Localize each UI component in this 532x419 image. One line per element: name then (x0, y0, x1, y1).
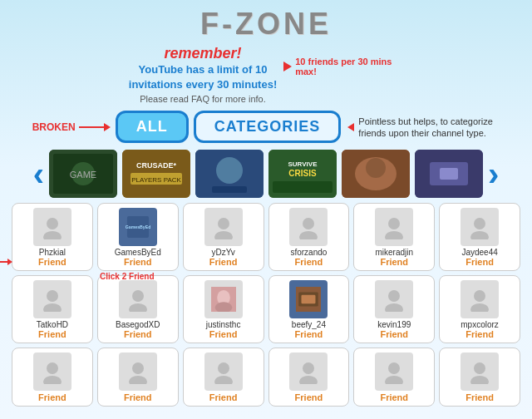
friend-card-phzkial[interactable]: Phzkial Friend (12, 203, 93, 271)
friend-label-justinsthc: Friend (185, 329, 262, 339)
friend-name-beefy24: beefy_24 (271, 320, 347, 329)
friend-label-empty-2: Friend (100, 392, 176, 402)
friend-card-empty-5[interactable]: Friend (353, 348, 435, 407)
friends-row-3: Friend Friend Friend Friend (12, 348, 520, 407)
categories-button[interactable]: CATEGORIES (194, 111, 342, 143)
avatar-beefy24 (289, 280, 328, 318)
prev-thumb-button[interactable]: ‹ (33, 157, 44, 190)
avatar-mikeradjin (375, 208, 413, 246)
next-thumb-button[interactable]: › (488, 157, 499, 190)
friend-card-mikeradjin[interactable]: mikeradjin Friend (353, 203, 435, 271)
app-logo: F-ZONE (0, 7, 532, 42)
thumbnail-3[interactable] (195, 150, 264, 198)
avatar-empty-2 (119, 352, 157, 391)
friend-label-empty-1: Friend (14, 392, 91, 402)
svg-point-30 (388, 218, 400, 229)
thumbnail-5[interactable] (342, 150, 410, 198)
friend-card-mpxcolorz[interactable]: mpxcolorz Friend (439, 275, 520, 343)
avatar-tatkohd (33, 280, 71, 318)
friend-label-beefy24: Friend (271, 329, 347, 339)
svg-point-52 (218, 362, 229, 374)
friends-row-2-wrapper: Click 2 Friend TatkoHD Friend BasegodXD … (12, 275, 520, 343)
friend-card-basegodxd[interactable]: BasegodXD Friend (97, 275, 179, 343)
svg-point-58 (474, 362, 485, 374)
friends-section: Phzkial Friend GamesByEd GamesByEd Frien… (0, 198, 532, 414)
avatar-mpxcolorz (461, 280, 499, 318)
svg-point-55 (299, 376, 318, 384)
remember-body: YouTube has a limit of 10invitations eve… (129, 62, 277, 92)
friend-card-justinsthc[interactable]: justinsthc Friend (183, 275, 264, 343)
friend-name-phzkial: Phzkial (14, 248, 91, 257)
friend-card-jaydee44[interactable]: Jaydee44 Friend (439, 203, 520, 271)
thumbnail-4[interactable]: SURVIVE CRISIS (268, 150, 337, 198)
svg-rect-14 (273, 181, 332, 193)
svg-point-54 (303, 362, 314, 374)
friend-label-kevin199: Friend (356, 329, 432, 339)
thumbnail-6[interactable] (415, 150, 483, 198)
remember-note: Please read FAQ for more info. (129, 94, 277, 104)
svg-point-28 (303, 218, 314, 229)
svg-point-45 (385, 303, 403, 312)
svg-point-46 (474, 290, 485, 302)
friend-card-tatkohd[interactable]: TatkoHD Friend (12, 275, 93, 343)
svg-text:CRISIS: CRISIS (288, 169, 317, 178)
svg-point-50 (132, 362, 144, 374)
friend-card-empty-2[interactable]: Friend (97, 348, 179, 407)
svg-point-35 (43, 303, 62, 312)
svg-point-27 (214, 231, 233, 239)
friend-card-empty-3[interactable]: Friend (183, 348, 264, 407)
friend-label-basegodxd: Friend (100, 329, 176, 339)
avatar-ydzvy (204, 208, 243, 246)
svg-point-17 (366, 158, 386, 178)
friend-label-empty-5: Friend (356, 392, 432, 402)
friend-label-empty-4: Friend (271, 392, 347, 402)
friend-label-empty-6: Friend (441, 392, 518, 402)
friend-card-sforzando[interactable]: sforzando Friend (268, 203, 350, 271)
friend-card-gamesbyled[interactable]: GamesByEd GamesByEd Friend (97, 203, 179, 271)
friend-label-ydzvy: Friend (185, 257, 262, 267)
svg-rect-43 (302, 295, 316, 303)
avatar-empty-6 (461, 352, 499, 391)
friend-name-justinsthc: justinsthc (185, 320, 262, 329)
svg-point-34 (47, 290, 58, 302)
friend-name-sforzando: sforzando (271, 248, 347, 257)
thumbnail-1[interactable]: GAME (49, 150, 117, 198)
right-note-area: Pointless but helps, to categorize frien… (347, 116, 500, 140)
friend-name-ydzvy: yDzYv (185, 248, 262, 257)
nav-section: BROKEN ALL CATEGORIES Pointless but help… (0, 111, 532, 143)
friend-card-empty-6[interactable]: Friend (439, 348, 520, 407)
svg-point-48 (47, 362, 58, 374)
all-button[interactable]: ALL (116, 111, 189, 143)
svg-point-57 (385, 376, 403, 384)
svg-point-53 (214, 376, 233, 384)
svg-point-36 (132, 290, 144, 302)
svg-point-47 (470, 303, 489, 312)
friend-name-basegodxd: BasegodXD (100, 320, 176, 329)
friend-name-mpxcolorz: mpxcolorz (441, 320, 518, 329)
svg-point-21 (47, 218, 58, 229)
remember-section: remember! YouTube has a limit of 10invit… (0, 45, 532, 104)
thumbnail-row: ‹ GAME CRUSADE* PLAYERS PACK SURVIVE CRI… (0, 150, 532, 198)
thumbnail-2[interactable]: CRUSADE* PLAYERS PACK (122, 150, 190, 198)
svg-text:SURVIVE: SURVIVE (288, 160, 318, 168)
friend-card-empty-1[interactable]: Friend (12, 348, 93, 407)
svg-point-51 (129, 376, 147, 384)
avatar-gamesbyled: GamesByEd (119, 208, 157, 246)
avatar-empty-5 (375, 352, 413, 391)
friend-label-tatkohd: Friend (14, 329, 91, 339)
avatar-jaydee44 (461, 208, 499, 246)
avatar-sforzando (289, 208, 328, 246)
friend-name-gamesbyled: GamesByEd (100, 248, 176, 257)
friends-row-2: TatkoHD Friend BasegodXD Friend (12, 275, 520, 343)
friend-card-empty-4[interactable]: Friend (268, 348, 350, 407)
friend-name-jaydee44: Jaydee44 (441, 248, 518, 257)
svg-point-29 (299, 231, 318, 239)
friend-card-beefy24[interactable]: beefy_24 Friend (268, 275, 350, 343)
friend-card-ydzvy[interactable]: yDzYv Friend (183, 203, 264, 271)
friend-label-jaydee44: Friend (441, 257, 518, 267)
svg-point-26 (218, 218, 229, 229)
avatar-basegodxd (119, 280, 157, 318)
avatar-empty-1 (33, 352, 71, 391)
friend-card-kevin199[interactable]: kevin199 Friend (353, 275, 435, 343)
nav-buttons: ALL CATEGORIES (116, 111, 342, 143)
